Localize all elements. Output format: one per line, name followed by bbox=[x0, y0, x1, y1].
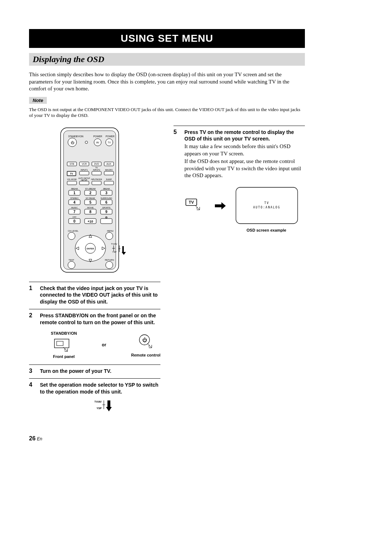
svg-rect-15 bbox=[79, 171, 89, 175]
svg-rect-24 bbox=[67, 181, 77, 185]
svg-text:INPUTMODE: INPUTMODE bbox=[91, 178, 102, 180]
svg-text:1: 1 bbox=[73, 191, 75, 195]
step-5: 5 Press TV on the remote control to disp… bbox=[173, 126, 305, 236]
svg-text:5: 5 bbox=[89, 200, 91, 204]
svg-point-72 bbox=[68, 261, 75, 269]
svg-text:AUTO:ANALOG: AUTO:ANALOG bbox=[253, 206, 281, 209]
step-body-text: It may take a few seconds before this un… bbox=[184, 143, 305, 157]
power-label-1: POWER bbox=[93, 135, 102, 138]
intro-paragraph: This section simply describes how to dis… bbox=[29, 71, 305, 93]
svg-text:SPORTS: SPORTS bbox=[102, 207, 111, 209]
svg-text:VOL MODE: VOL MODE bbox=[67, 178, 77, 180]
svg-text:5BEAM: 5BEAM bbox=[71, 188, 78, 190]
page-number: 26 En bbox=[29, 435, 305, 442]
svg-rect-91 bbox=[215, 204, 221, 207]
svg-rect-25 bbox=[79, 181, 89, 185]
step-title: Set the operation mode selector to YSP t… bbox=[40, 382, 160, 395]
svg-text:⏻: ⏻ bbox=[71, 141, 74, 144]
step-title: Press TV on the remote control to displa… bbox=[184, 129, 305, 143]
svg-rect-92 bbox=[236, 187, 298, 224]
svg-text:9: 9 bbox=[105, 210, 107, 214]
svg-point-4 bbox=[85, 141, 88, 143]
step-body-text: If the OSD does not appear, use the remo… bbox=[184, 158, 305, 179]
step-number: 2 bbox=[29, 312, 36, 361]
svg-text:MUSIC: MUSIC bbox=[71, 207, 78, 209]
note-text: The OSD is not output at the COMPONENT V… bbox=[29, 107, 305, 118]
svg-text:YSP: YSP bbox=[112, 251, 117, 253]
svg-text:INPUT2: INPUT2 bbox=[93, 169, 100, 171]
right-column: 5 Press TV on the remote control to disp… bbox=[173, 126, 305, 417]
svg-text:8: 8 bbox=[89, 210, 91, 214]
remote-illustration: STANDBY/ON POWER POWER ⏻ AV TV STB VCR D… bbox=[29, 126, 160, 274]
src-dvd: DVD bbox=[94, 163, 99, 165]
svg-text:6: 6 bbox=[105, 200, 107, 204]
section-header: Displaying the OSD bbox=[29, 53, 305, 66]
svg-text:TV: TV bbox=[264, 201, 269, 205]
tv-mode-label: TV bbox=[70, 172, 73, 175]
svg-text:3BEAM: 3BEAM bbox=[103, 188, 110, 190]
tv-osd-illustration: TV TV AUTO:ANALOG bbox=[184, 186, 305, 226]
or-text: or bbox=[102, 342, 106, 347]
svg-rect-88 bbox=[107, 400, 110, 407]
step-title: Turn on the power of your TV. bbox=[40, 368, 160, 375]
svg-text:ST+3BEAM: ST+3BEAM bbox=[85, 188, 96, 190]
step-3: 3 Turn on the power of your TV. bbox=[29, 364, 160, 378]
step-title: Press STANDBY/ON on the front panel or o… bbox=[40, 312, 160, 326]
step-number: 5 bbox=[173, 129, 180, 232]
svg-text:MY BEAM: MY BEAM bbox=[86, 197, 95, 199]
svg-text:TV/AV: TV/AV bbox=[94, 400, 102, 403]
step-title: Check that the video input jack on your … bbox=[40, 285, 160, 306]
arrow-right-icon bbox=[215, 202, 226, 209]
step-number: 3 bbox=[29, 368, 36, 375]
svg-rect-62 bbox=[101, 219, 112, 224]
svg-rect-27 bbox=[104, 181, 114, 185]
svg-text:2: 2 bbox=[89, 191, 91, 195]
svg-point-65 bbox=[68, 232, 75, 240]
svg-point-61 bbox=[106, 217, 107, 218]
svg-rect-26 bbox=[92, 181, 101, 185]
left-column: STANDBY/ON POWER POWER ⏻ AV TV STB VCR D… bbox=[29, 126, 160, 417]
svg-rect-17 bbox=[104, 171, 114, 175]
step-number: 4 bbox=[29, 382, 36, 414]
step-4: 4 Set the operation mode selector to YSP… bbox=[29, 378, 160, 417]
svg-text:YSP: YSP bbox=[97, 407, 102, 410]
svg-text:⏻: ⏻ bbox=[142, 337, 147, 343]
step-number: 1 bbox=[29, 285, 36, 306]
standby-on-label: STANDBY/ON bbox=[68, 135, 83, 138]
mode-switch-illustration: TV/AV YSP bbox=[94, 399, 160, 414]
svg-text:SETUP: SETUP bbox=[81, 179, 87, 181]
svg-text:MACRO: MACRO bbox=[105, 169, 113, 171]
svg-text:SURROUND: SURROUND bbox=[101, 197, 112, 199]
page-title-bar: USING SET MENU bbox=[29, 29, 305, 48]
svg-text:OFF: OFF bbox=[73, 216, 77, 218]
front-panel-illustration: STANDBY/ON Front panel bbox=[51, 331, 77, 359]
svg-text:SLEEP: SLEEP bbox=[106, 178, 112, 180]
src-aux: AUX bbox=[106, 163, 111, 165]
svg-rect-16 bbox=[92, 171, 101, 175]
svg-text:TV/AV: TV/AV bbox=[111, 243, 117, 245]
svg-point-73 bbox=[106, 261, 113, 269]
av-button: AV bbox=[96, 141, 99, 144]
step-2: 2 Press STANDBY/ON on the front panel or… bbox=[29, 309, 160, 364]
svg-text:7: 7 bbox=[73, 210, 75, 214]
osd-caption: OSD screen example bbox=[228, 228, 305, 232]
svg-point-66 bbox=[106, 232, 113, 240]
svg-text:+10: +10 bbox=[87, 220, 93, 223]
svg-text:ENTER: ENTER bbox=[87, 248, 94, 250]
svg-text:RETURN: RETURN bbox=[105, 259, 114, 261]
note-label: Note bbox=[29, 97, 47, 104]
tv-power-button: TV bbox=[108, 141, 111, 144]
osd-screen: TV AUTO:ANALOG bbox=[234, 186, 300, 226]
svg-text:3: 3 bbox=[105, 191, 107, 195]
src-vcr: VCR bbox=[82, 163, 87, 165]
svg-text:CH LEVEL: CH LEVEL bbox=[68, 230, 79, 232]
svg-text:MOVIE: MOVIE bbox=[87, 207, 94, 209]
svg-text:STEREO: STEREO bbox=[70, 197, 79, 199]
svg-text:INPUT1: INPUT1 bbox=[81, 169, 88, 171]
remote-button-illustration: ⏻ Remote control bbox=[131, 333, 160, 357]
svg-text:0: 0 bbox=[73, 219, 75, 223]
power-label-2: POWER bbox=[106, 135, 115, 138]
svg-text:4: 4 bbox=[73, 200, 75, 204]
svg-text:MENU: MENU bbox=[107, 230, 114, 232]
tv-button-icon: TV bbox=[184, 197, 206, 214]
